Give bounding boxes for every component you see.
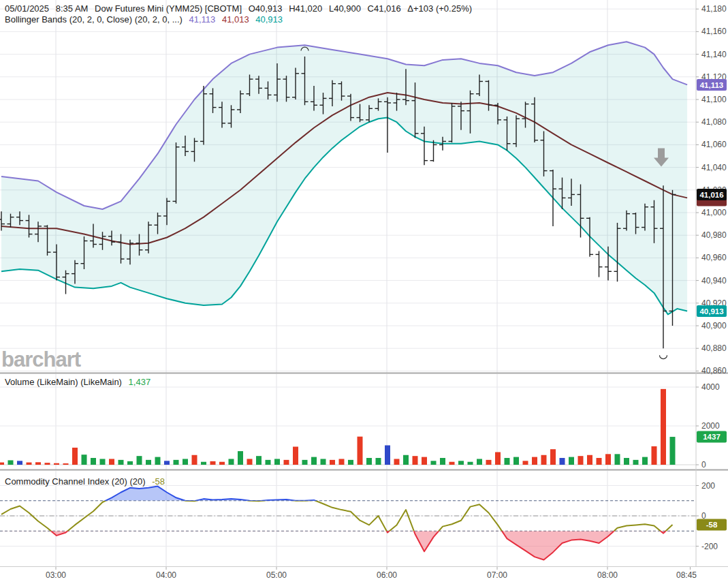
axis-label: 08:45	[676, 570, 697, 580]
volume-legend[interactable]: Volume (LikeMain) (LikeMain) 1,437	[5, 377, 155, 387]
volume-bar[interactable]	[394, 459, 400, 465]
volume-bar[interactable]	[376, 458, 381, 465]
volume-bar[interactable]	[513, 457, 519, 465]
volume-bar[interactable]	[330, 460, 335, 465]
volume-bar[interactable]	[109, 459, 114, 465]
header-time: 8:35 AM	[56, 3, 89, 14]
volume-bar[interactable]	[605, 454, 611, 465]
volume-bar[interactable]	[247, 459, 253, 465]
volume-bar[interactable]	[413, 456, 418, 465]
price-panel[interactable]	[0, 0, 696, 373]
volume-bar[interactable]	[54, 463, 59, 465]
volume-bar[interactable]	[91, 458, 96, 465]
volume-bar[interactable]	[569, 457, 574, 465]
axis-label: 40,860	[701, 366, 727, 375]
axis-label: 41,040	[701, 163, 727, 172]
volume-bar[interactable]	[302, 460, 308, 465]
volume-bar[interactable]	[72, 448, 78, 465]
volume-bar[interactable]	[652, 446, 657, 465]
volume-bar[interactable]	[238, 451, 243, 465]
volume-bar[interactable]	[366, 458, 372, 465]
volume-bar[interactable]	[219, 462, 225, 465]
volume-bar[interactable]	[183, 459, 188, 465]
volume-bar[interactable]	[385, 446, 390, 465]
volume-bar[interactable]	[118, 460, 124, 465]
volume-bar[interactable]	[274, 459, 280, 465]
volume-bar[interactable]	[670, 437, 676, 465]
volume-bar[interactable]	[642, 457, 648, 465]
header-close: C41,016	[368, 3, 401, 14]
volume-bar[interactable]	[63, 463, 69, 465]
volume-bar[interactable]	[615, 454, 620, 465]
volume-bar[interactable]	[256, 456, 262, 465]
header-high: H41,020	[289, 3, 322, 14]
bollinger-band-fill	[1, 42, 687, 314]
axis-label: 40,900	[701, 321, 727, 331]
volume-bar[interactable]	[348, 460, 353, 465]
volume-bar[interactable]	[523, 461, 528, 465]
volume-bar[interactable]	[541, 455, 547, 465]
volume-bar[interactable]	[358, 437, 363, 465]
volume-bar[interactable]	[0, 463, 4, 465]
volume-bar[interactable]	[321, 459, 326, 465]
volume-bar[interactable]	[35, 462, 41, 465]
volume-panel[interactable]	[0, 374, 696, 470]
volume-bar[interactable]	[587, 455, 592, 465]
volume-bar[interactable]	[633, 460, 639, 465]
volume-bar[interactable]	[164, 461, 170, 465]
volume-bar[interactable]	[137, 456, 142, 465]
volume-bar[interactable]	[174, 460, 179, 465]
volume-bar[interactable]	[495, 452, 501, 465]
volume-label[interactable]: Volume (LikeMain) (LikeMain)	[5, 377, 122, 387]
volume-bar[interactable]	[431, 461, 437, 465]
axis-label: 41,080	[701, 117, 727, 127]
ohlc-bar[interactable]	[430, 140, 437, 162]
volume-bar[interactable]	[82, 455, 87, 465]
bollinger-label[interactable]: Bollinger Bands (20, 2, 0, Close) (20, 2…	[5, 14, 183, 25]
volume-bar[interactable]	[192, 455, 197, 465]
volume-bar[interactable]	[532, 457, 537, 465]
chart-canvas[interactable]: 41,18041,16041,14041,12041,10041,08041,0…	[0, 0, 728, 584]
volume-bar[interactable]	[284, 460, 289, 465]
volume-bar[interactable]	[266, 460, 271, 465]
volume-bar[interactable]	[45, 463, 50, 465]
volume-bar[interactable]	[146, 460, 151, 465]
volume-bar[interactable]	[311, 457, 317, 465]
ohlc-bar[interactable]	[596, 251, 603, 277]
cci-label[interactable]: Commodity Channel Index (20) (20)	[5, 476, 146, 487]
volume-bar[interactable]	[550, 449, 556, 465]
volume-bar[interactable]	[458, 461, 464, 465]
volume-bar[interactable]	[422, 457, 427, 465]
volume-bar[interactable]	[17, 461, 22, 465]
volume-bar[interactable]	[440, 458, 445, 465]
volume-bar[interactable]	[624, 458, 629, 465]
volume-bar[interactable]	[578, 456, 584, 465]
volume-bar[interactable]	[560, 458, 565, 465]
axis-label: 41,060	[701, 140, 727, 149]
header-change: Δ+103 (+0.25%)	[407, 3, 472, 14]
volume-bar[interactable]	[403, 455, 409, 465]
cci-legend[interactable]: Commodity Channel Index (20) (20) -58	[5, 476, 169, 487]
volume-bar[interactable]	[155, 457, 161, 465]
volume-bar[interactable]	[127, 461, 133, 465]
volume-bar[interactable]	[661, 389, 666, 465]
volume-bar[interactable]	[293, 446, 298, 465]
volume-bar[interactable]	[100, 459, 106, 465]
volume-bar[interactable]	[201, 462, 206, 465]
volume-bar[interactable]	[505, 458, 510, 465]
header-symbol: Dow Futures Mini (YMM25) [CBOTM]	[95, 3, 242, 14]
volume-bar[interactable]	[210, 461, 216, 465]
volume-bar[interactable]	[449, 462, 455, 465]
volume-bar[interactable]	[229, 459, 234, 465]
volume-bar[interactable]	[477, 459, 482, 465]
volume-bar[interactable]	[27, 463, 32, 465]
axis-label: 08:00	[597, 570, 618, 580]
bollinger-legend[interactable]: Bollinger Bands (20, 2, 0, Close) (20, 2…	[5, 14, 287, 25]
volume-bar[interactable]	[339, 459, 345, 465]
volume-bar[interactable]	[486, 460, 492, 465]
volume-bar[interactable]	[8, 460, 14, 465]
bollinger-lower-value: 40,913	[255, 14, 283, 25]
volume-bar[interactable]	[597, 458, 602, 465]
volume-bar[interactable]	[468, 462, 473, 465]
axis-label: 0	[701, 460, 706, 470]
